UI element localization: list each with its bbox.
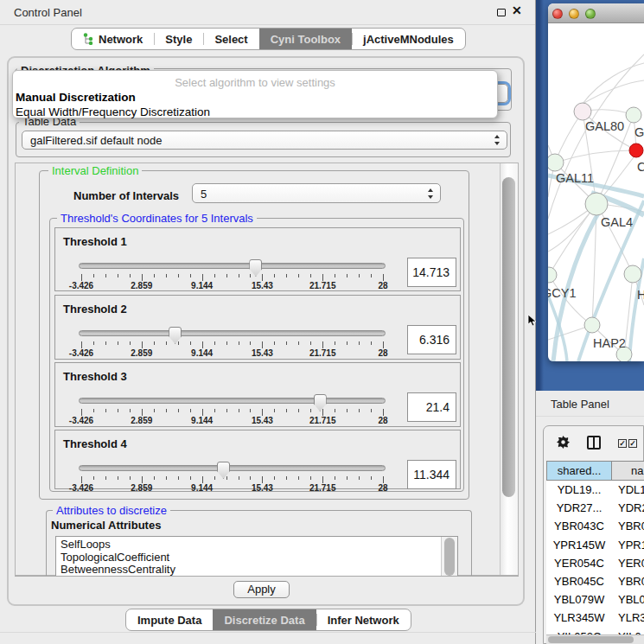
columns-icon[interactable] bbox=[587, 436, 601, 450]
column-header-shared-name[interactable]: shared... bbox=[546, 461, 612, 481]
combo-arrows-icon bbox=[428, 188, 434, 199]
control-panel-title: Control Panel bbox=[14, 6, 82, 19]
gear-icon[interactable] bbox=[557, 436, 570, 449]
dropdown-item-equal-width[interactable]: Equal Width/Frequency Discretization bbox=[16, 105, 210, 118]
svg-text:GAL11: GAL11 bbox=[556, 171, 594, 185]
slider-scale-labels: -3.4262.8599.14415.4321.71528 bbox=[55, 483, 460, 494]
settings-scrollbar-thumb[interactable] bbox=[502, 177, 515, 497]
threshold-slider-track[interactable] bbox=[79, 263, 386, 269]
checkbox-icon[interactable]: ✓ bbox=[618, 439, 627, 448]
threshold-row-4: Threshold 4-3.4262.8599.14415.4321.71528… bbox=[54, 430, 461, 489]
numerical-attributes-list[interactable]: SelfLoops TopologicalCoefficient Between… bbox=[55, 536, 458, 576]
column-header-name[interactable]: na bbox=[612, 461, 644, 481]
tab-impute-data[interactable]: Impute Data bbox=[126, 609, 213, 630]
interval-definition-title: Interval Definition bbox=[48, 165, 142, 176]
threshold-label: Threshold 4 bbox=[63, 437, 127, 450]
float-window-icon[interactable] bbox=[497, 9, 506, 16]
threshold-label: Threshold 3 bbox=[63, 370, 127, 383]
threshold-value-field[interactable]: 14.713 bbox=[407, 258, 456, 287]
tab-jactivemnodules[interactable]: jActiveMNodules bbox=[352, 29, 465, 49]
table-row[interactable]: YLR345WYLR3 bbox=[546, 609, 644, 627]
table-horizontal-scrollbar-thumb[interactable] bbox=[548, 636, 634, 643]
tab-cyni-toolbox[interactable]: Cyni Toolbox bbox=[259, 29, 352, 49]
svg-text:GA: GA bbox=[634, 125, 644, 139]
tab-style[interactable]: Style bbox=[154, 29, 203, 49]
table-row[interactable]: YDL19...YDL1 bbox=[546, 481, 644, 499]
attributes-list-scrollbar[interactable] bbox=[441, 537, 457, 576]
divider bbox=[0, 632, 536, 633]
dropdown-item-manual[interactable]: Manual Discretization bbox=[16, 91, 136, 104]
tab-infer-network[interactable]: Infer Network bbox=[316, 609, 411, 630]
threshold-value-field[interactable]: 6.316 bbox=[407, 325, 456, 354]
threshold-row-1: Threshold 1-3.4262.8599.14415.4321.71528… bbox=[54, 227, 461, 291]
table-data-combobox-value: galFiltered.sif default node bbox=[30, 134, 162, 147]
table-row[interactable]: YPR145WYPR1 bbox=[546, 536, 644, 554]
right-pane: GAL80GACGAL11GAL4GCY1HHAP2 Table Panel ✓… bbox=[536, 0, 644, 644]
zoom-traffic-light[interactable] bbox=[585, 9, 596, 19]
svg-text:H: H bbox=[637, 288, 644, 302]
thresholds-group-title: Threshold's Coordinates for 5 Intervals bbox=[57, 213, 257, 224]
table-header-row: shared... na bbox=[546, 461, 644, 481]
top-tab-bar: NetworkStyleSelectCyni ToolboxjActiveMNo… bbox=[71, 28, 466, 50]
checkbox-icon[interactable]: ✓ bbox=[628, 439, 637, 448]
close-traffic-light[interactable] bbox=[552, 9, 563, 19]
threshold-value-field[interactable]: 11.344 bbox=[407, 460, 456, 489]
number-of-intervals-combobox[interactable]: 5 bbox=[192, 183, 441, 203]
node-table: shared... na YDL19...YDL1YDR27...YDR2YBR… bbox=[546, 461, 644, 634]
combo-arrows-icon bbox=[494, 135, 501, 145]
threshold-slider-track[interactable] bbox=[79, 398, 386, 404]
threshold-value-field[interactable]: 21.4 bbox=[407, 392, 456, 422]
svg-text:GAL4: GAL4 bbox=[601, 215, 633, 229]
bottom-tab-bar: Impute DataDiscretize DataInfer Network bbox=[125, 609, 411, 631]
algorithm-dropdown-popup: Select algorithm to view settings Manual… bbox=[12, 70, 498, 118]
svg-text:HAP2: HAP2 bbox=[593, 336, 626, 350]
number-of-intervals-label: Number of Intervals bbox=[73, 189, 179, 202]
table-data-combobox[interactable]: galFiltered.sif default node bbox=[22, 131, 507, 150]
tab-discretize-data[interactable]: Discretize Data bbox=[213, 609, 316, 630]
table-row[interactable]: YIL052CYIL0 bbox=[546, 628, 644, 634]
threshold-slider-track[interactable] bbox=[79, 330, 386, 336]
table-row[interactable]: YBL079WYBL0 bbox=[546, 590, 644, 609]
threshold-row-3: Threshold 3-3.4262.8599.14415.4321.71528… bbox=[54, 362, 461, 427]
network-view-window[interactable]: GAL80GACGAL11GAL4GCY1HHAP2 bbox=[548, 3, 644, 361]
close-icon[interactable]: ✕ bbox=[512, 3, 522, 17]
tab-network[interactable]: Network bbox=[72, 29, 154, 49]
control-panel: Control Panel ✕ NetworkStyleSelectCyni T… bbox=[0, 0, 536, 644]
number-of-intervals-value: 5 bbox=[201, 187, 207, 200]
table-row[interactable]: YER054CYER0 bbox=[546, 554, 644, 572]
svg-text:C: C bbox=[637, 160, 644, 174]
slider-scale-labels: -3.4262.8599.14415.4321.71528 bbox=[55, 348, 460, 359]
table-row[interactable]: YDR27...YDR2 bbox=[546, 499, 644, 517]
numerical-attributes-label: Numerical Attributes bbox=[51, 519, 161, 532]
network-canvas[interactable]: GAL80GACGAL11GAL4GCY1HHAP2 bbox=[548, 23, 644, 361]
threshold-row-2: Threshold 2-3.4262.8599.14415.4321.71528… bbox=[54, 295, 461, 360]
dropdown-prompt: Select algorithm to view settings bbox=[13, 76, 497, 89]
network-window-titlebar[interactable] bbox=[548, 3, 644, 23]
threshold-label: Threshold 2 bbox=[63, 303, 127, 316]
threshold-slider-track[interactable] bbox=[79, 465, 386, 471]
table-row[interactable]: YBR043CYBR0 bbox=[546, 517, 644, 535]
table-row[interactable]: YBR045CYBR0 bbox=[546, 572, 644, 590]
table-panel-title: Table Panel bbox=[551, 398, 609, 411]
threshold-label: Threshold 1 bbox=[63, 235, 127, 248]
svg-text:GCY1: GCY1 bbox=[548, 286, 577, 300]
apply-button[interactable]: Apply bbox=[233, 581, 290, 598]
svg-text:GAL80: GAL80 bbox=[585, 119, 624, 133]
mouse-cursor bbox=[527, 315, 538, 327]
minimize-traffic-light[interactable] bbox=[569, 9, 579, 19]
slider-scale-labels: -3.4262.8599.14415.4321.71528 bbox=[55, 281, 460, 291]
attributes-group-title: Attributes to discretize bbox=[53, 505, 170, 516]
slider-scale-labels: -3.4262.8599.14415.4321.71528 bbox=[55, 416, 460, 426]
tab-select[interactable]: Select bbox=[203, 29, 258, 49]
